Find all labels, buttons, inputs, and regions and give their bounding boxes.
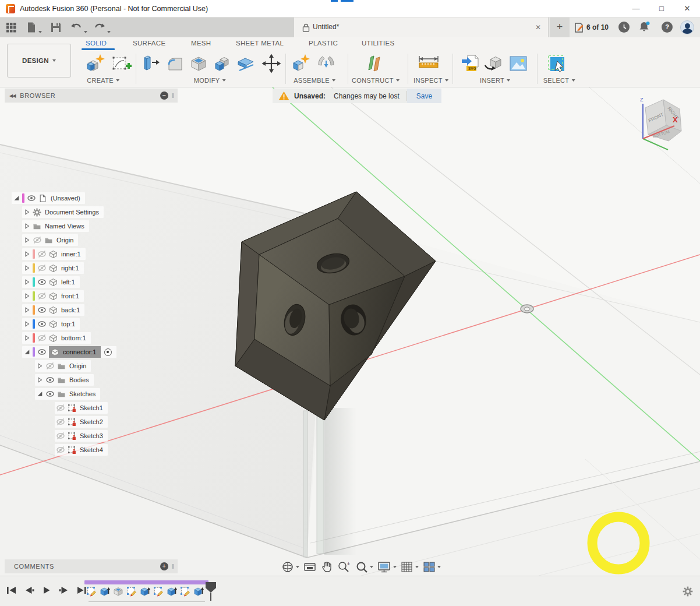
press-pull-tool[interactable]	[140, 54, 161, 73]
app-grid-icon[interactable]	[6, 22, 17, 33]
visibility-eye-off-icon[interactable]	[33, 235, 42, 245]
minimize-button[interactable]: —	[623, 0, 649, 17]
select-tool[interactable]	[546, 54, 567, 73]
expander-open-icon[interactable]	[36, 390, 43, 397]
notifications-bell-icon[interactable]	[638, 21, 650, 33]
expander-open-icon[interactable]	[13, 195, 20, 202]
browser-item-sketch2[interactable]: Sketch2	[5, 415, 178, 429]
add-comment-icon[interactable]: +	[160, 562, 168, 570]
visibility-eye-off-icon[interactable]	[56, 431, 65, 441]
tab-plastic[interactable]: PLASTIC	[309, 40, 338, 47]
visibility-eye-icon[interactable]	[45, 375, 55, 385]
grid-settings-tool[interactable]	[401, 561, 419, 573]
look-at-tool[interactable]	[303, 561, 316, 573]
history-clock-icon[interactable]	[618, 22, 630, 33]
fit-view-tool[interactable]	[355, 561, 373, 573]
browser-item-inner[interactable]: inner:1	[5, 247, 178, 261]
expander-closed-icon[interactable]	[23, 251, 30, 258]
pan-tool[interactable]	[320, 561, 333, 573]
panel-minus-icon[interactable]: −	[160, 91, 168, 100]
expander-closed-icon[interactable]	[23, 209, 30, 216]
group-create[interactable]: CREATE	[87, 76, 119, 85]
undo-icon[interactable]	[70, 22, 82, 33]
joint-tool[interactable]	[316, 54, 337, 73]
play-button[interactable]	[41, 586, 52, 595]
step-forward-button[interactable]	[58, 586, 70, 595]
timeline-feature-shell[interactable]	[113, 586, 123, 597]
browser-item-document-settings[interactable]: Document Settings	[5, 205, 178, 219]
tab-sheet-metal[interactable]: SHEET METAL	[236, 40, 284, 47]
browser-item-bodies[interactable]: Bodies	[5, 373, 178, 387]
document-tab[interactable]: Untitled* ✕	[294, 17, 549, 37]
tab-surface[interactable]: SURFACE	[133, 40, 165, 47]
fillet-tool[interactable]	[165, 54, 186, 73]
shell-tool[interactable]	[189, 54, 210, 73]
visibility-eye-off-icon[interactable]	[37, 263, 47, 273]
visibility-eye-off-icon[interactable]	[56, 417, 65, 427]
timeline-feature-sketch[interactable]	[86, 586, 97, 597]
group-select[interactable]: SELECT	[543, 76, 575, 85]
timeline-feature-extrude[interactable]	[193, 586, 204, 597]
timeline-feature-extrude[interactable]	[140, 586, 150, 597]
combine-tool[interactable]	[212, 54, 233, 73]
version-indicator[interactable]: 6 of 10	[574, 22, 609, 33]
browser-item-left[interactable]: left:1	[5, 275, 178, 289]
browser-item-back[interactable]: back:1	[5, 303, 178, 317]
browser-item-bottom[interactable]: bottom:1	[5, 331, 178, 345]
construct-plane-tool[interactable]	[364, 54, 385, 73]
insert-canvas-tool[interactable]	[508, 54, 529, 73]
browser-item-connector-selected[interactable]: connector:1	[5, 345, 178, 359]
viewports-tool[interactable]	[423, 561, 441, 573]
browser-item-sketch3[interactable]: Sketch3	[5, 429, 178, 443]
redo-icon[interactable]	[93, 22, 105, 33]
expander-closed-icon[interactable]	[36, 362, 43, 369]
go-to-start-button[interactable]	[6, 586, 17, 595]
display-settings-tool[interactable]	[377, 561, 397, 573]
close-tab-icon[interactable]: ✕	[533, 22, 543, 33]
tab-mesh[interactable]: MESH	[191, 40, 211, 47]
maximize-button[interactable]: □	[649, 0, 674, 17]
timeline-playhead[interactable]	[205, 582, 218, 601]
new-component-tool[interactable]	[85, 54, 106, 73]
visibility-eye-off-icon[interactable]	[56, 403, 65, 413]
visibility-eye-icon[interactable]	[37, 277, 47, 287]
visibility-eye-off-icon[interactable]	[45, 361, 55, 371]
timeline-feature-sketch[interactable]	[180, 586, 190, 597]
visibility-eye-off-icon[interactable]	[37, 291, 47, 301]
close-button[interactable]: ✕	[674, 0, 700, 17]
group-insert[interactable]: INSERT	[480, 76, 510, 85]
create-sketch-tool[interactable]	[111, 54, 132, 73]
browser-item-front[interactable]: front:1	[5, 289, 178, 303]
zoom-tool[interactable]: ±	[337, 561, 351, 573]
group-inspect[interactable]: INSPECT	[413, 76, 448, 85]
browser-item-root[interactable]: (Unsaved)	[5, 191, 178, 205]
new-tab-button[interactable]: +	[550, 17, 570, 37]
offset-face-tool[interactable]	[235, 54, 256, 73]
tab-solid[interactable]: SOLID	[86, 40, 107, 47]
viewport-3d[interactable]: FRONT RIGHT BOTTOM Z X Unsaved: Changes …	[0, 87, 700, 576]
visibility-eye-icon[interactable]	[37, 347, 47, 357]
browser-item-sketch1[interactable]: Sketch1	[5, 401, 178, 415]
browser-item-origin[interactable]: Origin	[5, 233, 178, 247]
expander-closed-icon[interactable]	[23, 265, 30, 272]
visibility-eye-icon[interactable]	[37, 319, 47, 329]
move-tool[interactable]	[261, 54, 282, 73]
visibility-eye-icon[interactable]	[37, 305, 47, 315]
browser-item-sketches[interactable]: Sketches	[5, 387, 178, 401]
collapse-panel-icon[interactable]: ◀◀	[9, 93, 15, 98]
browser-item-named-views[interactable]: Named Views	[5, 219, 178, 233]
expander-closed-icon[interactable]	[23, 223, 30, 230]
browser-panel-header[interactable]: ◀◀ BROWSER − ‖	[5, 89, 178, 103]
expander-closed-icon[interactable]	[23, 334, 30, 341]
orbit-tool[interactable]	[281, 561, 299, 573]
visibility-eye-off-icon[interactable]	[37, 333, 47, 343]
tab-utilities[interactable]: UTILITIES	[362, 40, 394, 47]
expander-closed-icon[interactable]	[36, 376, 43, 383]
go-to-end-button[interactable]	[76, 586, 87, 595]
save-icon[interactable]	[50, 22, 62, 33]
file-menu-caret[interactable]	[38, 25, 50, 37]
browser-item-connector-origin[interactable]: Origin	[5, 359, 178, 373]
redo-caret[interactable]	[107, 25, 119, 37]
workspace-selector[interactable]: DESIGN	[7, 44, 71, 77]
visibility-eye-off-icon[interactable]	[56, 445, 65, 455]
